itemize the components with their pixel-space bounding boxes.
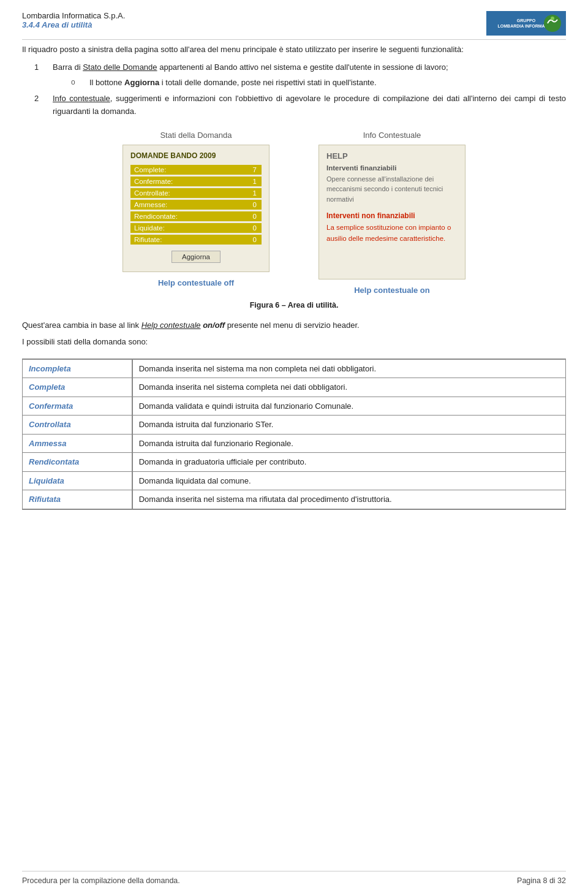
table-row: LiquidataDomanda liquidata dal comune.	[23, 471, 566, 490]
list-content-2: Info contestuale, suggerimenti e informa…	[53, 93, 566, 118]
help-contestuale-link[interactable]: Help contestuale	[141, 321, 201, 330]
section-title: 3.4.4 Area di utilità	[22, 20, 125, 29]
right-help-label: Help contestuale on	[354, 286, 430, 295]
info-black-text: Opere connesse all'installazione dei mec…	[326, 174, 458, 205]
logo-box: GRUPPO LOMBARDIA INFORMATICA	[486, 11, 566, 36]
logo-area: GRUPPO LOMBARDIA INFORMATICA	[486, 11, 566, 36]
stato-count-rifiutate: 0	[246, 235, 262, 245]
stato-row-ammesse: Ammesse: 0	[130, 200, 262, 210]
info-black-label: Interventi finanziabili	[326, 164, 458, 172]
list-num-2: 2	[34, 93, 53, 118]
stato-row-rifiutate: Rifiutate: 0	[130, 235, 262, 245]
stato-row-confermate: Confermate: 1	[130, 177, 262, 186]
table-row: RifiutataDomanda inserita nel sistema ma…	[23, 490, 566, 509]
info-help-title: HELP	[326, 151, 458, 161]
states-table: IncompletaDomanda inserita nel sistema m…	[22, 359, 566, 510]
stato-row-rendicontate: Rendicontate: 0	[130, 211, 262, 221]
info-contestuale-link[interactable]: Info contestuale	[53, 94, 110, 103]
sub-content-1: Il bottone Aggiorna i totali delle doman…	[89, 77, 377, 89]
state-desc-cell: Domanda inserita nel sistema ma non comp…	[132, 359, 566, 378]
stato-domande-link[interactable]: Stato delle Domande	[83, 63, 157, 72]
stato-count-rendicontate: 0	[246, 211, 262, 221]
footer-right: Pagina 8 di 32	[517, 876, 566, 885]
list-num-1: 1	[34, 61, 53, 89]
sub-item-1: o Il bottone Aggiorna i totali delle dom…	[71, 77, 566, 89]
logo-icon	[543, 13, 562, 33]
aggiorna-button[interactable]: Aggiorna	[172, 251, 221, 263]
state-desc-cell: Domanda in graduatoria ufficiale per con…	[132, 453, 566, 472]
quest-para-2: I possibili stati della domanda sono:	[22, 336, 566, 349]
quest-para-1: Quest'area cambia in base al link Help c…	[22, 319, 566, 332]
state-desc-cell: Domanda istruita dal funzionario STer.	[132, 416, 566, 435]
stato-label-controllate: Controllate:	[130, 188, 246, 198]
state-name-cell: Ammessa	[23, 434, 132, 453]
left-column-label: Stati della Domanda	[160, 131, 232, 140]
table-row: AmmessaDomanda istruita dal funzionario …	[23, 434, 566, 453]
svg-point-1	[551, 17, 554, 20]
stato-row-controllate: Controllate: 1	[130, 188, 262, 198]
left-help-label: Help contestuale off	[158, 278, 234, 287]
state-name-cell: Controllata	[23, 416, 132, 435]
table-row: RendicontataDomanda in graduatoria uffic…	[23, 453, 566, 472]
info-red-text: La semplice sostituzione con impianto o …	[326, 222, 458, 244]
state-name-cell: Rifiutata	[23, 490, 132, 509]
state-name-cell: Liquidata	[23, 471, 132, 490]
header-divider	[22, 39, 566, 40]
illustration-area: Stati della Domanda DOMANDE BANDO 2009 C…	[22, 131, 566, 295]
list-content-1: Barra di Stato delle Domande appartenent…	[53, 61, 566, 89]
stato-count-controllate: 1	[246, 188, 262, 198]
state-desc-cell: Domanda validata e quindi istruita dal f…	[132, 397, 566, 416]
intro-paragraph: Il riquadro posto a sinistra della pagin…	[22, 44, 566, 56]
state-name-cell: Rendicontata	[23, 453, 132, 472]
stato-label-rifiutate: Rifiutate:	[130, 235, 246, 245]
list-item-1: 1 Barra di Stato delle Domande appartene…	[34, 61, 566, 89]
table-row: IncompletaDomanda inserita nel sistema m…	[23, 359, 566, 378]
sub-bullet-1: o	[71, 77, 89, 88]
domanda-title: DOMANDE BANDO 2009	[130, 151, 262, 160]
stato-count-confermate: 1	[246, 177, 262, 186]
stato-label-rendicontate: Rendicontate:	[130, 211, 246, 221]
stato-row-complete: Complete: 7	[130, 165, 262, 175]
stato-count-ammesse: 0	[246, 200, 262, 210]
state-desc-cell: Domanda inserita nel sistema ma rifiutat…	[132, 490, 566, 509]
stato-label-liquidate: Liquidate:	[130, 223, 246, 233]
state-desc-cell: Domanda inserita nel sistema completa ne…	[132, 378, 566, 397]
list-item-2: 2 Info contestuale, suggerimenti e infor…	[34, 93, 566, 118]
figure-caption: Figura 6 – Area di utilità.	[22, 301, 566, 309]
left-column: Stati della Domanda DOMANDE BANDO 2009 C…	[123, 131, 270, 295]
right-column: Info Contestuale HELP Interventi finanzi…	[318, 131, 466, 295]
state-desc-cell: Domanda istruita dal funzionario Regiona…	[132, 434, 566, 453]
stato-label-ammesse: Ammesse:	[130, 200, 246, 210]
table-row: ConfermataDomanda validata e quindi istr…	[23, 397, 566, 416]
state-name-cell: Completa	[23, 378, 132, 397]
info-box: HELP Interventi finanziabili Opere conne…	[318, 145, 466, 279]
table-row: ControllataDomanda istruita dal funziona…	[23, 416, 566, 435]
right-column-label: Info Contestuale	[363, 131, 421, 140]
page-footer: Procedura per la compilazione della doma…	[22, 871, 566, 885]
page-header: Lombardia Informatica S.p.A. 3.4.4 Area …	[22, 11, 566, 36]
table-row: CompletaDomanda inserita nel sistema com…	[23, 378, 566, 397]
company-name: Lombardia Informatica S.p.A.	[22, 11, 125, 20]
stato-row-liquidate: Liquidate: 0	[130, 223, 262, 233]
info-red-title: Interventi non finanziabili	[326, 211, 458, 220]
numbered-list: 1 Barra di Stato delle Domande appartene…	[34, 61, 566, 118]
stato-label-complete: Complete:	[130, 165, 246, 175]
sub-list-1: o Il bottone Aggiorna i totali delle dom…	[71, 77, 566, 89]
stato-label-confermate: Confermate:	[130, 177, 246, 186]
stato-count-liquidate: 0	[246, 223, 262, 233]
state-name-cell: Confermata	[23, 397, 132, 416]
header-left: Lombardia Informatica S.p.A. 3.4.4 Area …	[22, 11, 125, 29]
state-desc-cell: Domanda liquidata dal comune.	[132, 471, 566, 490]
state-name-cell: Incompleta	[23, 359, 132, 378]
domanda-box: DOMANDE BANDO 2009 Complete: 7 Confermat…	[123, 145, 270, 272]
stato-count-complete: 7	[246, 165, 262, 175]
footer-left: Procedura per la compilazione della doma…	[22, 876, 180, 885]
